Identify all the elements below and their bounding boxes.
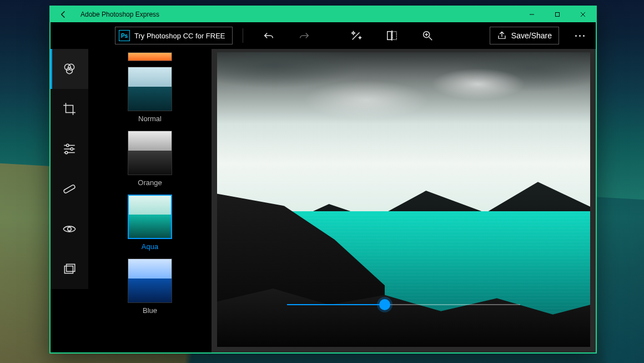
- back-button[interactable]: [51, 7, 76, 22]
- svg-point-22: [68, 227, 72, 231]
- looks-icon: [62, 62, 77, 76]
- rail-crop[interactable]: [51, 89, 88, 129]
- svg-point-13: [67, 144, 69, 146]
- filter-normal[interactable]: Normal: [88, 67, 212, 127]
- window-title: Adobe Photoshop Express: [76, 11, 159, 18]
- sliders-icon: [62, 142, 77, 156]
- rail-borders[interactable]: [51, 249, 88, 289]
- save-share-button[interactable]: Save/Share: [490, 27, 559, 44]
- svg-point-10: [68, 64, 74, 70]
- redo-icon: [298, 29, 310, 42]
- tool-rail: [51, 49, 88, 352]
- svg-rect-2: [387, 32, 391, 40]
- filter-thumb: [128, 52, 172, 61]
- canvas-area: [212, 49, 596, 352]
- svg-point-11: [67, 68, 73, 74]
- svg-rect-18: [63, 185, 76, 193]
- try-photoshop-button[interactable]: Ps Try Photoshop CC for FREE: [115, 27, 233, 44]
- filter-label: Blue: [143, 306, 157, 315]
- zoom-button[interactable]: [412, 22, 443, 49]
- image-canvas[interactable]: [217, 52, 590, 347]
- filter-thumb: [128, 67, 172, 111]
- filter-panel: NormalOrangeAquaBlue: [88, 49, 212, 352]
- svg-rect-23: [64, 266, 73, 274]
- svg-line-6: [429, 37, 432, 41]
- top-toolbar: Ps Try Photoshop CC for FREE: [51, 22, 596, 49]
- close-icon: [580, 12, 586, 17]
- close-button[interactable]: [570, 7, 596, 22]
- app-body: NormalOrangeAquaBlue: [51, 49, 596, 352]
- separator: [243, 28, 243, 43]
- desktop-wallpaper: Adobe Photoshop Express Ps Try Photoshop…: [0, 0, 644, 363]
- frames-icon: [62, 262, 77, 276]
- ps-badge-icon: Ps: [119, 30, 130, 41]
- filter-label: Orange: [138, 178, 162, 187]
- arrow-left-icon: [59, 10, 68, 19]
- dots-icon: [575, 35, 577, 37]
- slider-fill: [287, 304, 385, 305]
- maximize-button[interactable]: [545, 7, 570, 22]
- rail-heal[interactable]: [51, 169, 88, 209]
- filter-blue[interactable]: Blue: [88, 258, 212, 319]
- rail-adjust[interactable]: [51, 129, 88, 169]
- filter-thumb: [128, 258, 172, 303]
- intensity-slider[interactable]: [287, 294, 520, 316]
- slider-handle[interactable]: [379, 299, 390, 310]
- svg-rect-24: [67, 264, 75, 271]
- magic-wand-icon: [350, 29, 363, 42]
- zoom-in-icon: [421, 29, 434, 42]
- filter-clipped[interactable]: [88, 52, 212, 63]
- minimize-button[interactable]: [519, 7, 545, 22]
- filter-orange[interactable]: Orange: [88, 131, 212, 191]
- eye-icon: [62, 222, 77, 236]
- undo-icon: [263, 29, 275, 42]
- svg-point-15: [71, 148, 73, 150]
- svg-rect-1: [556, 13, 560, 17]
- title-bar: Adobe Photoshop Express: [51, 7, 596, 22]
- svg-rect-3: [392, 32, 396, 40]
- filter-label: Aqua: [142, 242, 158, 251]
- compare-button[interactable]: [376, 22, 407, 49]
- save-label: Save/Share: [511, 31, 552, 40]
- filter-thumb: [128, 195, 172, 239]
- slider-track: [287, 304, 520, 305]
- filter-aqua[interactable]: Aqua: [88, 195, 212, 255]
- redo-button[interactable]: [289, 22, 320, 49]
- minimize-icon: [529, 12, 535, 17]
- crop-icon: [62, 102, 77, 116]
- svg-point-17: [65, 151, 67, 153]
- filter-label: Normal: [138, 115, 162, 123]
- filter-thumb: [128, 131, 172, 175]
- share-icon: [497, 31, 507, 41]
- bandage-icon: [62, 182, 77, 196]
- maximize-icon: [555, 12, 560, 17]
- rail-looks[interactable]: [51, 49, 88, 89]
- rail-redeye[interactable]: [51, 209, 88, 249]
- try-label: Try Photoshop CC for FREE: [134, 32, 225, 40]
- more-button[interactable]: [567, 22, 592, 49]
- auto-enhance-button[interactable]: [341, 22, 372, 49]
- app-window: Adobe Photoshop Express Ps Try Photoshop…: [49, 6, 597, 354]
- compare-icon: [386, 29, 398, 42]
- undo-button[interactable]: [253, 22, 284, 49]
